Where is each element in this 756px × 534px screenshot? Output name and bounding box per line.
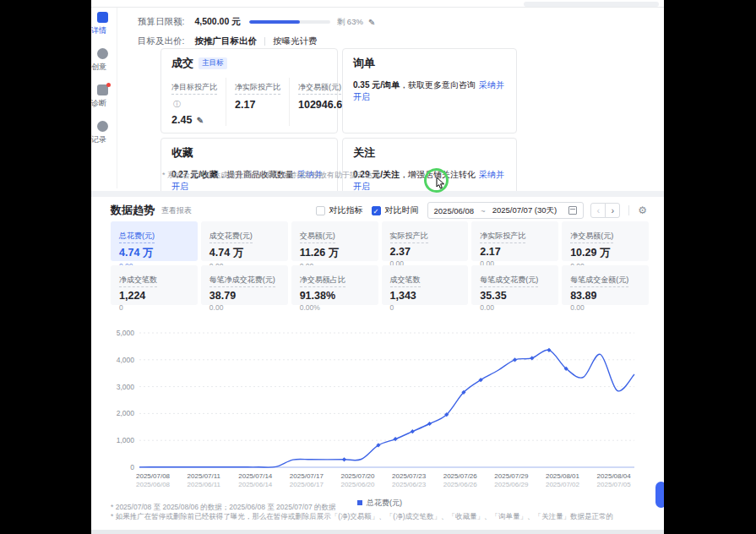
- goal-card-title: 成交: [171, 56, 193, 71]
- daily-budget-label: 预算日限额:: [138, 16, 184, 28]
- sidebar-item-campaign-detail[interactable]: 详情: [93, 12, 117, 36]
- metric-value: 2.17: [480, 246, 550, 258]
- trend-header: 数据趋势 查看报表 对比指标 ✓ 对比时间 2025/06/08 ~ 2025/…: [111, 202, 647, 219]
- diagnose-icon: [97, 84, 108, 95]
- date-range-end: 2025/07/07 (30天): [492, 205, 557, 216]
- click-indicator-ring: [424, 168, 449, 193]
- metric-value: 10.29 万: [570, 246, 640, 260]
- date-range-start: 2025/06/08: [434, 206, 475, 215]
- metric-card-成交笔数[interactable]: 成交笔数1,3430: [382, 265, 469, 305]
- metric-label: 每笔净成交花费(元): [209, 275, 275, 287]
- metric-label: 成交花费(元): [209, 231, 253, 243]
- floating-side-button[interactable]: [655, 482, 664, 508]
- svg-text:3,000: 3,000: [117, 383, 135, 391]
- budget-progress-bar: [249, 20, 330, 24]
- sidebar-item-label: 详情: [91, 25, 117, 36]
- metric-value: 4.74 万: [209, 246, 280, 260]
- mouse-cursor-icon: [436, 177, 446, 189]
- svg-text:2025/07/05: 2025/07/05: [597, 481, 632, 488]
- metric-card-总花费(元)[interactable]: 总花费(元)4.74 万0.00: [111, 221, 198, 261]
- svg-text:2025/06/08: 2025/06/08: [136, 481, 171, 488]
- tab-bid-by-goal[interactable]: 按推广目标出价: [194, 35, 257, 47]
- line-chart-svg: 01,0002,0003,0004,0005,0002025/07/082025…: [111, 322, 649, 491]
- svg-text:2025/07/29: 2025/07/29: [494, 472, 529, 480]
- metric-value: 1,343: [390, 290, 460, 302]
- creative-icon: [97, 48, 108, 59]
- gear-icon[interactable]: ⚙: [638, 204, 647, 216]
- goal-stat-label: 净交易额(元): [298, 82, 341, 95]
- metric-label: 净实际投产比: [480, 231, 525, 243]
- svg-text:2025/08/04: 2025/08/04: [597, 472, 632, 480]
- goal-note: * 系统会尽可能达成你设置的目标，保持稳定投放有助于提升达成: [162, 170, 380, 181]
- metric-card-净成交笔数[interactable]: 净成交笔数1,2240: [111, 265, 198, 305]
- metric-compare-value: 0.00: [570, 303, 640, 312]
- legend-item-total-spend[interactable]: 总花费(元): [357, 498, 402, 509]
- calendar-icon: [568, 206, 577, 215]
- metric-card-交易额(元)[interactable]: 交易额(元)11.26 万0.00: [291, 221, 378, 261]
- goal-stat-value: 102946.60: [298, 99, 348, 111]
- app-window: 详情创意诊断记录 预算日限额: 4,500.00 元 剩 63% ✎ 目标及出价…: [91, 0, 664, 534]
- edit-budget-icon[interactable]: ✎: [368, 18, 375, 27]
- metric-value: 4.74 万: [119, 246, 189, 260]
- metric-card-成交花费(元)[interactable]: 成交花费(元)4.74 万0.00: [201, 221, 288, 261]
- sidebar-item-diagnose[interactable]: 诊断: [93, 84, 117, 109]
- edit-target-icon[interactable]: ✎: [197, 116, 204, 125]
- section-divider: [91, 191, 664, 197]
- prev-period-button[interactable]: ‹: [590, 203, 606, 218]
- date-range-separator: ~: [481, 206, 486, 215]
- metric-card-每笔成交金额(元)[interactable]: 每笔成交金额(元)83.890.00: [562, 265, 649, 305]
- svg-text:2025/06/17: 2025/06/17: [290, 481, 324, 488]
- metric-label: 净交易额(元): [570, 231, 613, 243]
- compare-time-checkbox[interactable]: ✓: [372, 206, 381, 215]
- svg-text:2025/07/23: 2025/07/23: [392, 472, 427, 480]
- campaign-detail-icon: [97, 12, 108, 23]
- date-pager: ‹ ›: [590, 203, 620, 218]
- svg-text:2025/08/01: 2025/08/01: [546, 472, 580, 480]
- left-mini-sidebar: 详情创意诊断记录: [91, 8, 117, 188]
- notification-dot: [106, 83, 111, 87]
- goal-card-成交: 成交主目标净目标投产比ⓘ2.45 ✎净实际投产比2.17净交易额(元)10294…: [160, 48, 338, 134]
- goal-stat: 净目标投产比ⓘ2.45 ✎: [171, 78, 226, 126]
- goal-card-title: 询单: [353, 56, 375, 71]
- goal-card-title: 收藏: [171, 145, 193, 161]
- svg-text:2025/07/26: 2025/07/26: [443, 472, 478, 480]
- svg-text:2,000: 2,000: [117, 409, 135, 417]
- metric-card-净实际投产比[interactable]: 净实际投产比2.170.00: [471, 221, 558, 261]
- metric-label: 每笔成交金额(元): [570, 275, 628, 287]
- sidebar-item-history[interactable]: 记录: [93, 121, 117, 145]
- svg-text:4,000: 4,000: [117, 356, 135, 364]
- svg-text:5,000: 5,000: [117, 329, 135, 337]
- svg-text:2025/06/14: 2025/06/14: [238, 481, 273, 488]
- compare-metric-checkbox[interactable]: [316, 206, 325, 215]
- metric-card-每笔成交花费(元)[interactable]: 每笔成交花费(元)35.350.00: [471, 265, 558, 305]
- sidebar-item-label: 记录: [91, 134, 117, 145]
- sidebar-item-creative[interactable]: 创意: [93, 48, 117, 73]
- goal-card-desc: 0.35 元/询单，获取更多意向咨询采纳并开启: [353, 79, 506, 103]
- svg-text:2025/07/20: 2025/07/20: [340, 472, 375, 480]
- view-report-link[interactable]: 查看报表: [161, 205, 192, 216]
- metric-cards-grid: 总花费(元)4.74 万0.00成交花费(元)4.74 万0.00交易额(元)1…: [111, 221, 649, 305]
- metric-value: 83.89: [570, 290, 640, 302]
- svg-text:2025/06/20: 2025/06/20: [340, 481, 375, 488]
- svg-text:1,000: 1,000: [117, 436, 135, 444]
- svg-text:2025/06/26: 2025/06/26: [443, 481, 478, 488]
- metric-label: 净成交笔数: [119, 275, 157, 287]
- goal-stat-label: 净目标投产比: [171, 82, 217, 95]
- next-period-button[interactable]: ›: [605, 203, 620, 218]
- metric-value: 35.35: [480, 290, 550, 302]
- goal-card-title: 关注: [353, 145, 375, 161]
- bottom-scroll-strip: [91, 530, 664, 534]
- metric-card-净交易额(元)[interactable]: 净交易额(元)10.29 万0.00: [562, 221, 649, 261]
- metric-value: 2.37: [390, 246, 460, 258]
- legend-color-swatch: [357, 500, 362, 505]
- metric-label: 成交笔数: [390, 275, 421, 287]
- daily-budget-value: 4,500.00 元: [194, 16, 240, 28]
- info-icon[interactable]: ⓘ: [173, 100, 181, 108]
- date-range-input[interactable]: 2025/06/08 ~ 2025/07/07 (30天): [427, 202, 585, 219]
- goal-bid-label: 目标及出价:: [138, 35, 184, 47]
- metric-card-每笔净成交花费(元)[interactable]: 每笔净成交花费(元)38.790.00: [201, 265, 288, 305]
- metric-card-实际投产比[interactable]: 实际投产比2.370.00: [382, 221, 469, 261]
- tab-bid-by-impression[interactable]: 按曝光计费: [273, 35, 318, 47]
- metric-card-净交易额占比[interactable]: 净交易额占比91.38%0.00%: [291, 265, 378, 305]
- chart-footnote-2: * 如果推广在暂停或删除前已经获得了曝光，那么在暂停或删除后展示「(净)交易额」…: [111, 512, 613, 522]
